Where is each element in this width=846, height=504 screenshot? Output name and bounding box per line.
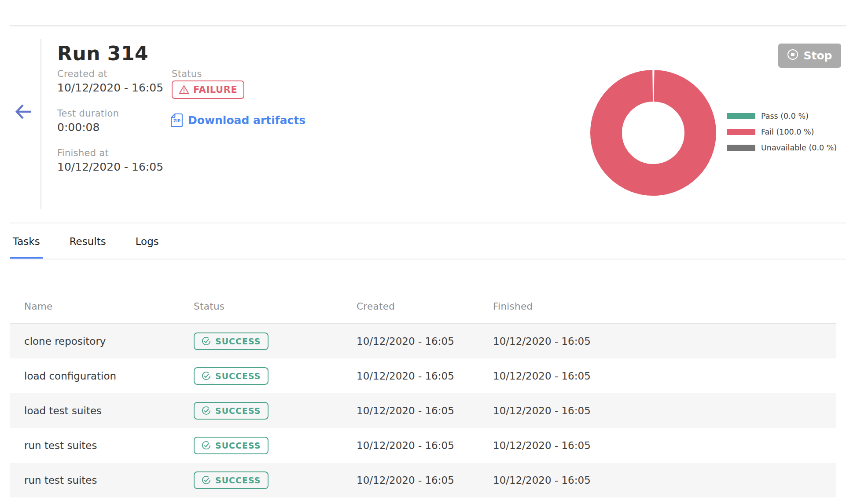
task-created: 10/12/2020 - 16:05	[357, 475, 493, 486]
table-header-row: Name Status Created Finished	[10, 289, 836, 324]
table-row[interactable]: load test suites SUCCESS 10/12/2020 - 16…	[10, 393, 836, 428]
check-circle-icon	[201, 371, 211, 381]
tab-results[interactable]: Results	[67, 233, 109, 259]
task-finished: 10/12/2020 - 16:05	[493, 440, 836, 451]
task-status-text: SUCCESS	[215, 441, 261, 450]
task-status-badge: SUCCESS	[194, 402, 269, 420]
finished-at-label: Finished at	[57, 148, 109, 158]
task-finished: 10/12/2020 - 16:05	[493, 370, 836, 382]
task-finished: 10/12/2020 - 16:05	[493, 475, 836, 486]
legend-label-fail: Fail (100.0 %)	[761, 128, 814, 136]
column-header-status: Status	[194, 301, 357, 312]
task-status-badge: SUCCESS	[194, 367, 269, 385]
zip-file-icon: ZIP	[171, 113, 183, 127]
finished-at-value: 10/12/2020 - 16:05	[57, 161, 163, 173]
status-badge: FAILURE	[172, 80, 244, 99]
results-donut-chart	[590, 69, 717, 196]
check-circle-icon	[201, 405, 211, 416]
table-row[interactable]: load configuration SUCCESS 10/12/2020 - …	[10, 358, 836, 393]
download-artifacts-link[interactable]: ZIP Download artifacts	[171, 113, 305, 127]
check-circle-icon	[201, 475, 211, 485]
legend-label-unavailable: Unavailable (0.0 %)	[761, 143, 837, 152]
task-status-text: SUCCESS	[215, 336, 261, 346]
table-row[interactable]: run test suites SUCCESS 10/12/2020 - 16:…	[10, 428, 836, 463]
table-row[interactable]: run test suites SUCCESS 10/12/2020 - 16:…	[10, 463, 836, 497]
tab-bar: Tasks Results Logs	[10, 233, 846, 259]
legend-item-pass[interactable]: Pass (0.0 %)	[727, 110, 837, 121]
task-status-text: SUCCESS	[215, 371, 261, 381]
task-name: run test suites	[10, 440, 194, 451]
task-created: 10/12/2020 - 16:05	[357, 336, 493, 347]
chart-legend: Pass (0.0 %) Fail (100.0 %) Unavailable …	[727, 110, 837, 158]
page-title: Run 314	[57, 42, 148, 65]
task-created: 10/12/2020 - 16:05	[357, 440, 493, 451]
tab-logs[interactable]: Logs	[133, 233, 162, 259]
status-badge-text: FAILURE	[193, 84, 237, 95]
header-vertical-divider	[40, 39, 41, 209]
check-circle-icon	[201, 440, 211, 450]
header-section-divider	[10, 223, 846, 223]
back-arrow-icon[interactable]	[13, 102, 33, 121]
task-status-badge: SUCCESS	[194, 471, 269, 489]
top-bar-divider	[10, 25, 846, 26]
tab-tasks[interactable]: Tasks	[10, 233, 43, 259]
task-name: clone repository	[10, 336, 194, 347]
test-duration-value: 0:00:08	[57, 121, 99, 134]
task-status-badge: SUCCESS	[194, 332, 269, 350]
tasks-table: Name Status Created Finished clone repos…	[10, 289, 836, 497]
legend-item-unavailable[interactable]: Unavailable (0.0 %)	[727, 142, 837, 153]
legend-swatch-unavailable	[727, 145, 755, 151]
test-duration-label: Test duration	[57, 108, 119, 119]
task-status-badge: SUCCESS	[194, 437, 269, 454]
table-body: clone repository SUCCESS 10/12/2020 - 16…	[10, 324, 836, 497]
svg-text:ZIP: ZIP	[173, 119, 181, 123]
stop-button-label: Stop	[803, 49, 832, 62]
warning-icon	[179, 85, 189, 95]
task-created: 10/12/2020 - 16:05	[357, 405, 493, 416]
task-status-text: SUCCESS	[215, 406, 261, 416]
stop-icon	[787, 49, 798, 63]
status-label: Status	[172, 69, 202, 79]
legend-item-fail[interactable]: Fail (100.0 %)	[727, 126, 837, 137]
run-details-page: Run 314 Created at 10/12/2020 - 16:05 Te…	[0, 0, 846, 504]
task-finished: 10/12/2020 - 16:05	[493, 336, 836, 347]
task-name: load test suites	[10, 405, 194, 416]
created-at-value: 10/12/2020 - 16:05	[57, 81, 163, 94]
download-artifacts-label: Download artifacts	[188, 114, 305, 127]
table-row[interactable]: clone repository SUCCESS 10/12/2020 - 16…	[10, 324, 836, 358]
stop-button[interactable]: Stop	[778, 44, 841, 68]
column-header-name: Name	[10, 301, 194, 312]
created-at-label: Created at	[57, 69, 107, 79]
task-status-text: SUCCESS	[215, 475, 261, 485]
task-created: 10/12/2020 - 16:05	[357, 370, 493, 382]
column-header-finished: Finished	[493, 301, 836, 312]
column-header-created: Created	[357, 301, 493, 312]
task-name: load configuration	[10, 370, 194, 382]
check-circle-icon	[201, 336, 211, 346]
task-name: run test suites	[10, 475, 194, 486]
legend-label-pass: Pass (0.0 %)	[761, 112, 809, 121]
task-finished: 10/12/2020 - 16:05	[493, 405, 836, 416]
legend-swatch-pass	[727, 113, 755, 119]
legend-swatch-fail	[727, 129, 755, 135]
